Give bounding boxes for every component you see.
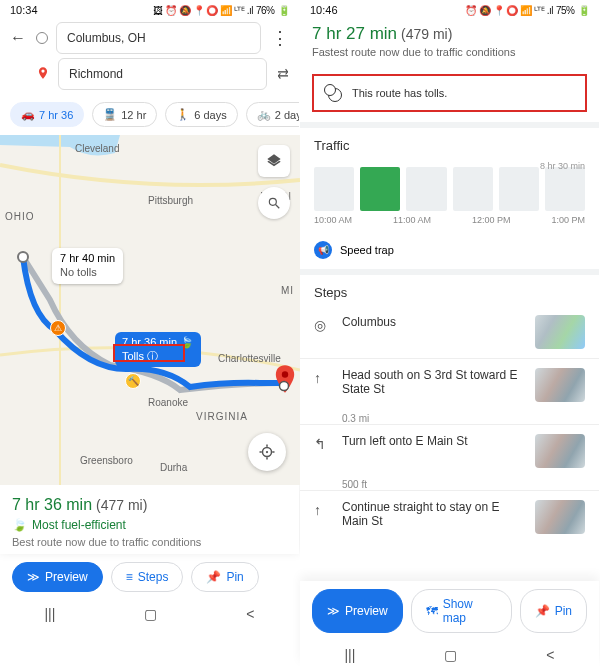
pin-button[interactable]: 📌Pin [520,589,587,633]
locate-button[interactable] [248,433,286,471]
step-item[interactable]: ↑ Continue straight to stay on E Main St [300,491,599,543]
leaf-icon: 🍃 [12,518,27,532]
status-bar: 10:34 🖼 ⏰ 🔕 📍 ⭕ 📶 ᴸᵀᴱ .ıl 76% 🔋 [0,0,299,18]
alt-route-label[interactable]: 7 hr 40 min No tolls [52,248,123,284]
walk-icon: 🚶 [176,108,190,121]
axis-label: 10:00 AM [314,215,352,225]
warning-marker[interactable]: ⚠ [50,320,66,336]
svg-rect-0 [0,135,300,485]
nav-recent[interactable]: ||| [44,606,55,622]
traffic-bar[interactable] [406,167,446,211]
toll-notice: This route has tolls. [312,74,587,112]
pin-icon: 📌 [535,604,550,618]
preview-button[interactable]: ≫Preview [12,562,103,592]
state-label: MI [281,285,294,296]
map-icon: 🗺 [426,604,438,618]
bike-icon: 🚲 [257,108,271,121]
streetview-thumb[interactable] [535,500,585,534]
traffic-bar[interactable] [453,167,493,211]
mode-bike[interactable]: 🚲2 days [246,102,299,127]
city-label: Cleveland [75,143,119,154]
mode-chips: 🚗7 hr 36 🚆12 hr 🚶6 days 🚲2 days [0,98,299,135]
tolls-highlight [113,344,185,362]
tolls-icon [324,84,342,102]
nav-back[interactable]: < [246,606,254,622]
traffic-bar[interactable] [545,167,585,211]
map-search-button[interactable] [258,187,290,219]
preview-button[interactable]: ≫Preview [312,589,403,633]
bottom-sheet[interactable]: 7 hr 36 min(477 mi) 🍃Most fuel-efficient… [0,485,299,554]
destination-icon [36,66,50,83]
step-arrow-icon: ↑ [314,368,332,386]
more-icon[interactable]: ⋮ [271,27,289,49]
fuel-efficient-label: Most fuel-efficient [32,518,126,532]
status-time: 10:46 [310,4,338,16]
nav-home[interactable]: ▢ [144,606,157,622]
destination-input[interactable]: Richmond [58,58,267,90]
battery-icon: 🔋 [578,5,590,16]
map-canvas[interactable]: Cleveland Pittsburgh OHIO PENN MI Charlo… [0,135,300,485]
streetview-thumb[interactable] [535,315,585,349]
pin-icon: 📌 [206,570,221,584]
axis-label: 12:00 PM [472,215,511,225]
route-time: 7 hr 27 min [312,24,397,43]
step-item[interactable]: ↰ Turn left onto E Main St [300,425,599,477]
status-icons: 🖼 ⏰ 🔕 📍 ⭕ 📶 ᴸᵀᴱ .ıl [153,5,253,16]
svg-point-4 [269,198,276,205]
city-label: Pittsburgh [148,195,193,206]
show-map-button[interactable]: 🗺Show map [411,589,512,633]
swap-icon[interactable]: ⇅ [275,68,291,80]
transit-icon: 🚆 [103,108,117,121]
steps-icon: ≡ [126,570,133,584]
svg-point-7 [266,451,268,453]
state-label: VIRGINIA [196,411,248,422]
route-distance: (477 mi) [96,497,147,513]
status-bar: 10:46 ⏰ 🔕 📍 ⭕ 📶 ᴸᵀᴱ .ıl 75% 🔋 [300,0,599,18]
traffic-hint: 8 hr 30 min [540,161,585,171]
speed-trap-row[interactable]: 📢 Speed trap [300,233,599,269]
status-icons: ⏰ 🔕 📍 ⭕ 📶 ᴸᵀᴱ .ıl [465,5,553,16]
axis-label: 1:00 PM [551,215,585,225]
route-distance: (479 mi) [401,26,452,42]
city-label: Greensboro [80,455,133,466]
construction-marker[interactable]: 🔨 [125,373,141,389]
status-battery: 76% [256,5,275,16]
step-arrow-icon: ↑ [314,500,332,518]
svg-line-5 [276,205,280,209]
nav-back[interactable]: < [546,647,554,663]
streetview-thumb[interactable] [535,368,585,402]
layers-button[interactable] [258,145,290,177]
traffic-bar-selected[interactable] [360,167,400,211]
speedtrap-icon: 📢 [314,241,332,259]
svg-point-3 [280,382,289,391]
svg-point-2 [282,371,288,377]
nav-recent[interactable]: ||| [344,647,355,663]
route-header: 7 hr 27 min(479 mi) Fastest route now du… [300,18,599,64]
mode-car[interactable]: 🚗7 hr 36 [10,102,84,127]
nav-home[interactable]: ▢ [444,647,457,663]
steps-list: ◎ Columbus ↑ Head south on S 3rd St towa… [300,306,599,543]
preview-icon: ≫ [27,570,40,584]
step-origin-icon: ◎ [314,315,332,333]
mode-transit[interactable]: 🚆12 hr [92,102,157,127]
state-label: OHIO [5,211,35,222]
step-item[interactable]: ↑ Head south on S 3rd St toward E State … [300,359,599,411]
mode-walk[interactable]: 🚶6 days [165,102,237,127]
steps-button[interactable]: ≡Steps [111,562,184,592]
right-phone-pane: 10:46 ⏰ 🔕 📍 ⭕ 📶 ᴸᵀᴱ .ıl 75% 🔋 7 hr 27 mi… [300,0,600,667]
step-item[interactable]: ◎ Columbus [300,306,599,358]
back-icon[interactable]: ← [10,29,26,47]
traffic-bar[interactable] [499,167,539,211]
android-nav: ||| ▢ < [0,598,299,626]
destination-circle [278,378,290,396]
car-icon: 🚗 [21,108,35,121]
svg-point-1 [18,252,28,262]
left-phone-pane: 10:34 🖼 ⏰ 🔕 📍 ⭕ 📶 ᴸᵀᴱ .ıl 76% 🔋 ← Columb… [0,0,300,667]
traffic-chart[interactable]: 8 hr 30 min 10:00 AM 11:00 AM 12:00 PM 1… [300,159,599,233]
route-subtitle: Best route now due to traffic conditions [12,536,287,548]
origin-input[interactable]: Columbus, OH [56,22,261,54]
streetview-thumb[interactable] [535,434,585,468]
pin-button[interactable]: 📌Pin [191,562,258,592]
origin-icon [36,32,48,44]
traffic-bar[interactable] [314,167,354,211]
